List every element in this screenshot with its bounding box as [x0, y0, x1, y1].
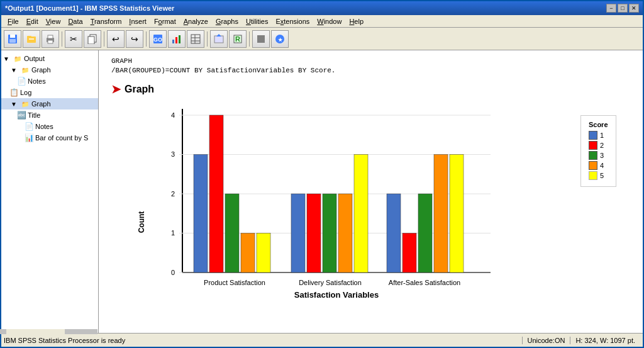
table-button[interactable] [187, 30, 204, 48]
legend-label-1: 1 [600, 132, 604, 139]
svg-rect-51 [387, 194, 401, 272]
nav-item-bar-chart[interactable]: 📊 Bar of count by S [1, 132, 98, 143]
open-button[interactable] [23, 30, 40, 48]
main-area: ▼ 📁 Output ▼ 📁 Graph 📄 Notes 📋 Log [1, 50, 643, 333]
nav-scrollbar[interactable] [1, 329, 97, 333]
title-bar: *Output1 [Document1] - IBM SPSS Statisti… [1, 1, 643, 15]
svg-rect-54 [434, 154, 448, 272]
stop-button[interactable] [252, 30, 270, 48]
cut-button[interactable]: ✂ [65, 30, 82, 48]
nav-panel: ▼ 📁 Output ▼ 📁 Graph 📄 Notes 📋 Log [1, 50, 99, 333]
expand-icon3: ▼ [9, 99, 19, 109]
copy-button[interactable] [84, 30, 101, 48]
close-button[interactable]: ✕ [629, 4, 639, 13]
menu-data[interactable]: Data [64, 17, 86, 26]
svg-rect-52 [402, 233, 416, 272]
nav-item-graph1[interactable]: ▼ 📁 Graph [1, 64, 98, 76]
svg-marker-21 [216, 34, 221, 36]
note-icon2: 📄 [24, 121, 34, 132]
chart-legend: Score 1 2 3 4 [580, 115, 616, 187]
note-icon1: 📄 [16, 76, 26, 86]
svg-text:3: 3 [170, 150, 174, 158]
export-button[interactable] [210, 30, 228, 48]
svg-rect-16 [191, 35, 200, 43]
svg-rect-1 [10, 35, 15, 38]
svg-text:Delivery Satisfaction: Delivery Satisfaction [299, 279, 362, 286]
svg-rect-40 [209, 115, 223, 272]
title-icon: 🔤 [16, 110, 26, 120]
status-message: IBM SPSS Statistics Processor is ready [4, 337, 522, 344]
menu-help[interactable]: Help [345, 17, 367, 26]
toolbar-separator-3 [146, 31, 147, 47]
legend-color-2 [589, 141, 597, 150]
legend-color-5 [589, 171, 597, 180]
legend-item-2: 2 [589, 141, 608, 150]
svg-rect-42 [241, 233, 255, 272]
svg-rect-24 [257, 35, 265, 43]
window-controls: − □ ✕ [606, 4, 639, 13]
code-line2: /BAR(GROUPED)=COUNT BY SatisfactionVaria… [111, 66, 630, 76]
svg-text:After-Sales Satisfaction: After-Sales Satisfaction [388, 279, 460, 286]
toolbar-separator-2 [104, 31, 104, 47]
status-right: Unicode:ON H: 324, W: 1097 pt. [522, 337, 641, 344]
chart-button[interactable] [168, 30, 186, 48]
menu-extensions[interactable]: Extensions [272, 17, 313, 26]
svg-rect-13 [172, 40, 174, 43]
menu-view[interactable]: View [42, 17, 65, 26]
legend-item-3: 3 [589, 151, 608, 160]
svg-rect-45 [291, 194, 305, 272]
undo-button[interactable]: ↩ [107, 30, 125, 48]
svg-rect-46 [307, 194, 321, 272]
nav-item-notes2[interactable]: 📄 Notes [1, 121, 98, 132]
redo-button[interactable]: ↪ [126, 30, 143, 48]
svg-rect-8 [48, 40, 53, 43]
menu-file[interactable]: File [4, 17, 23, 26]
svg-text:2: 2 [170, 190, 174, 198]
svg-rect-55 [450, 154, 464, 272]
menu-window[interactable]: Window [313, 17, 345, 26]
menu-edit[interactable]: Edit [23, 17, 42, 26]
svg-rect-20 [214, 36, 223, 43]
nav-item-graph2[interactable]: ▼ 📁 Graph [1, 98, 98, 109]
legend-color-1 [589, 131, 597, 140]
nav-item-output[interactable]: ▼ 📁 Output [1, 53, 98, 64]
svg-rect-15 [179, 35, 180, 43]
nav-item-notes1[interactable]: 📄 Notes [1, 76, 98, 87]
menu-format[interactable]: Format [150, 17, 180, 26]
print-button[interactable] [42, 30, 59, 48]
menu-insert[interactable]: Insert [125, 17, 150, 26]
goto-button[interactable]: GO [149, 30, 167, 48]
toolbar-separator-5 [249, 31, 250, 47]
menu-analyze[interactable]: Analyze [180, 17, 212, 26]
status-dimensions: H: 324, W: 1097 pt. [570, 337, 640, 344]
bar-chart-svg: 0 1 2 3 4 [151, 109, 516, 304]
nav-log-label: Log [20, 89, 31, 96]
svg-rect-47 [323, 194, 336, 272]
legend-color-3 [589, 151, 597, 160]
minimize-button[interactable]: − [606, 4, 616, 13]
chart-container: Count 0 1 2 [126, 103, 616, 333]
legend-item-5: 5 [589, 171, 608, 180]
script-button[interactable]: R [229, 30, 247, 48]
nav-notes1-label: Notes [28, 77, 46, 85]
menu-graphs[interactable]: Graphs [212, 17, 242, 26]
code-block: GRAPH /BAR(GROUPED)=COUNT BY Satisfactio… [111, 57, 630, 76]
svg-text:★: ★ [278, 37, 283, 43]
nav-item-title[interactable]: 🔤 Title [1, 109, 98, 121]
nav-scroll-thumb[interactable] [6, 329, 65, 333]
svg-rect-7 [48, 35, 53, 38]
status-unicode: Unicode:ON [522, 337, 570, 344]
expand-icon2: ▼ [9, 65, 19, 75]
maximize-button[interactable]: □ [618, 4, 628, 13]
svg-rect-10 [88, 36, 94, 44]
nav-item-log[interactable]: 📋 Log [1, 87, 98, 98]
save-button[interactable] [4, 30, 21, 48]
legend-label-3: 3 [600, 152, 604, 159]
menu-transform[interactable]: Transform [87, 17, 126, 26]
folder-icon: 📁 [13, 53, 23, 64]
svg-text:Product Satisfaction: Product Satisfaction [204, 279, 265, 286]
spss-button[interactable]: ★ [271, 30, 289, 48]
nav-title-label: Title [28, 111, 40, 119]
menu-utilities[interactable]: Utilities [242, 17, 272, 26]
svg-rect-48 [338, 194, 352, 272]
